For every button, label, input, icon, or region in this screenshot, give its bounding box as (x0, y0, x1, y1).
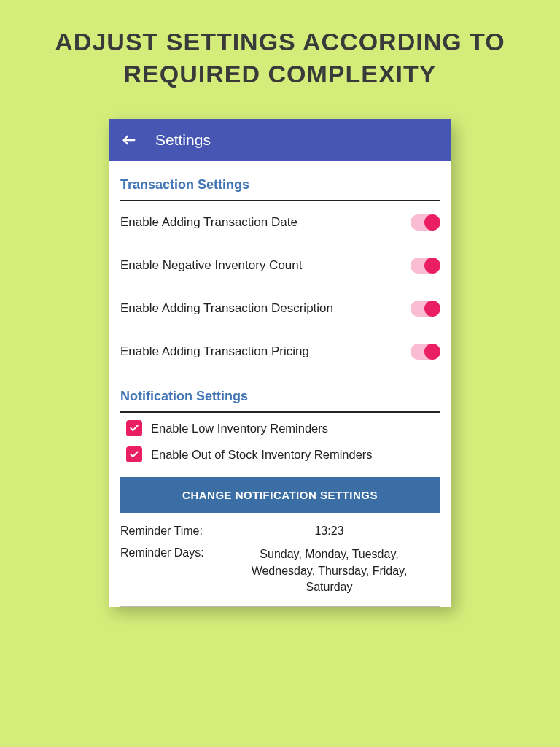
reminder-days-label: Reminder Days: (120, 546, 233, 595)
reminder-time-label: Reminder Time: (120, 525, 233, 538)
phone-frame: Settings Transaction Settings Enable Add… (109, 119, 451, 606)
toggle-transaction-description[interactable] (411, 301, 440, 317)
setting-transaction-date: Enable Adding Transaction Date (120, 201, 440, 244)
checkbox-out-of-stock[interactable] (126, 446, 142, 462)
setting-label: Enable Adding Transaction Pricing (120, 344, 309, 359)
divider (120, 606, 440, 607)
transaction-settings-header: Transaction Settings (120, 161, 440, 201)
toggle-transaction-date[interactable] (411, 214, 440, 231)
checkbox-label: Enable Out of Stock Inventory Reminders (151, 448, 373, 462)
reminder-time-row: Reminder Time: 13:23 (120, 520, 440, 542)
notification-settings-header: Notification Settings (120, 373, 440, 413)
toggle-transaction-pricing[interactable] (411, 344, 440, 360)
setting-label: Enable Negative Inventory Count (120, 258, 303, 273)
back-arrow-icon[interactable] (120, 131, 138, 149)
setting-transaction-description: Enable Adding Transaction Description (120, 287, 440, 330)
setting-label: Enable Adding Transaction Date (120, 215, 298, 230)
setting-label: Enable Adding Transaction Description (120, 301, 333, 316)
checkbox-label: Enable Low Inventory Reminders (151, 422, 328, 436)
toggle-negative-inventory[interactable] (411, 258, 440, 274)
setting-negative-inventory: Enable Negative Inventory Count (120, 244, 440, 287)
reminder-days-value: Sunday, Monday, Tuesday, Wednesday, Thur… (233, 546, 440, 595)
reminder-days-row: Reminder Days: Sunday, Monday, Tuesday, … (120, 542, 440, 600)
setting-transaction-pricing: Enable Adding Transaction Pricing (120, 330, 440, 373)
app-bar: Settings (109, 119, 451, 161)
reminder-time-value: 13:23 (233, 525, 440, 538)
checkbox-row-out-of-stock: Enable Out of Stock Inventory Reminders (120, 439, 440, 465)
change-notification-settings-button[interactable]: CHANGE NOTIFICATION SETTINGS (120, 477, 440, 513)
settings-content: Transaction Settings Enable Adding Trans… (109, 161, 451, 606)
checkbox-low-inventory[interactable] (126, 420, 142, 436)
promo-headline: ADJUST SETTINGS ACCORDING TO REQUIRED CO… (0, 0, 560, 104)
checkbox-row-low-inventory: Enable Low Inventory Reminders (120, 413, 440, 439)
app-bar-title: Settings (155, 131, 211, 149)
